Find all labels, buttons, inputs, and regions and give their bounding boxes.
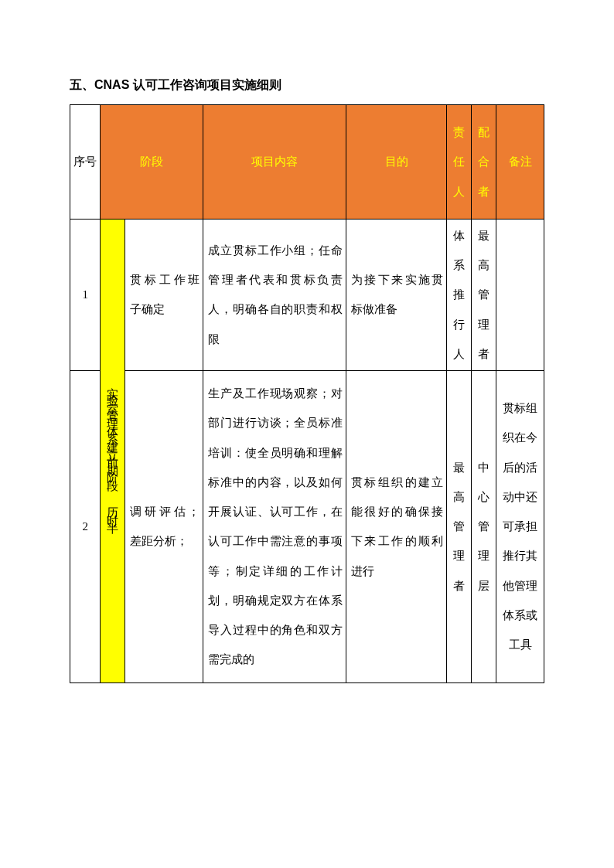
cell-seq-1: 1: [70, 219, 101, 370]
cell-purpose-1: 为接下来实施贯标做准备: [346, 219, 446, 370]
cell-stage-1: 贯标工作班子确定: [125, 219, 203, 370]
header-responsible-label: 责任人: [449, 116, 469, 208]
cell-remark-1: [496, 219, 544, 370]
header-responsible: 责任人: [447, 105, 472, 220]
header-purpose: 目的: [346, 105, 446, 220]
cell-responsible-2: 最高管理者: [447, 371, 472, 683]
table-row: 2 调研评估；差距分析； 生产及工作现场观察；对部门进行访谈；全员标准培训：使全…: [70, 371, 544, 683]
responsible-1-label: 体系推行人: [449, 220, 469, 370]
implementation-rules-table: 序号 阶段 项目内容 目的 责任人 配合者 备注 1 实验室管理体系建立前期阶段…: [70, 104, 544, 683]
cooperator-2-label: 中心管理层: [473, 451, 494, 602]
cell-purpose-2: 贯标组织的建立能很好的确保接下来工作的顺利进行: [346, 371, 446, 683]
section-title: 五、CNAS 认可工作咨询项目实施细则: [70, 77, 544, 94]
header-phase: 阶段: [101, 105, 203, 220]
remark-2-label: 贯标组织在今后的活动中还可承担推行其他管理体系或工具: [498, 392, 542, 661]
table-row: 1 实验室管理体系建立前期阶段 历时半 贯标工作班子确定 成立贯标工作小组；任命…: [70, 219, 544, 370]
cell-content-1: 成立贯标工作小组；任命管理者代表和贯标负责人，明确各自的职责和权限: [203, 219, 346, 370]
header-remark: 备注: [496, 105, 544, 220]
header-content: 项目内容: [203, 105, 346, 220]
cell-phase: 实验室管理体系建立前期阶段 历时半: [101, 219, 125, 682]
header-cooperator: 配合者: [472, 105, 496, 220]
cell-cooperator-1: 最高管理者: [472, 219, 496, 370]
responsible-2-label: 最高管理者: [449, 451, 469, 602]
cooperator-1-label: 最高管理者: [473, 220, 494, 370]
cell-seq-2: 2: [70, 371, 101, 683]
phase-label: 实验室管理体系建立前期阶段 历时半: [107, 373, 118, 526]
table-header-row: 序号 阶段 项目内容 目的 责任人 配合者 备注: [70, 105, 544, 220]
cell-stage-2: 调研评估；差距分析；: [125, 371, 203, 683]
header-seq: 序号: [70, 105, 101, 220]
cell-remark-2: 贯标组织在今后的活动中还可承担推行其他管理体系或工具: [496, 371, 544, 683]
cell-cooperator-2: 中心管理层: [472, 371, 496, 683]
header-seq-label: 序号: [72, 145, 98, 178]
cell-responsible-1: 体系推行人: [447, 219, 472, 370]
header-cooperator-label: 配合者: [473, 116, 494, 208]
cell-content-2: 生产及工作现场观察；对部门进行访谈；全员标准培训：使全员明确和理解标准中的内容，…: [203, 371, 346, 683]
